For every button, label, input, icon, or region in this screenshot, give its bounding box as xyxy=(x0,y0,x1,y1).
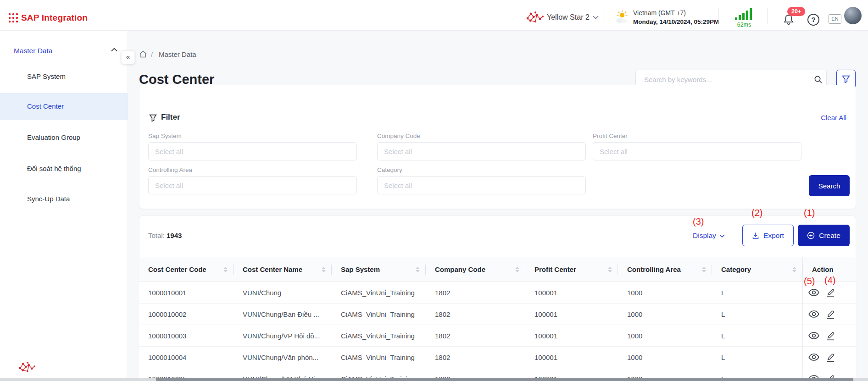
view-button[interactable] xyxy=(808,331,819,340)
filter-search-button[interactable]: Search xyxy=(809,175,850,196)
filter-label-category: Category xyxy=(377,166,402,173)
sidebar-group-master-data[interactable]: Master Data xyxy=(14,47,52,55)
cell-category: L xyxy=(712,325,802,346)
total-label: Total: xyxy=(148,232,165,239)
filter-label-company-code: Company Code xyxy=(377,133,420,139)
column-header-category[interactable]: Category xyxy=(712,257,802,282)
chevron-down-icon xyxy=(719,234,725,237)
cell-category: L xyxy=(712,282,802,303)
workspace-logo-icon xyxy=(526,11,544,24)
sort-icon xyxy=(608,267,612,272)
sort-icon xyxy=(702,267,706,272)
sort-icon xyxy=(792,267,796,272)
sort-icon xyxy=(322,267,326,272)
sidebar-collapse-button[interactable]: « xyxy=(121,50,135,64)
edit-button[interactable] xyxy=(826,331,835,341)
latency-value: 62ms xyxy=(733,22,755,28)
display-dropdown[interactable]: Display xyxy=(693,232,725,240)
cell-name: VUNI/Chung xyxy=(234,282,332,303)
weather-sun-icon xyxy=(615,10,629,24)
cell-name: VUNI/Chung/Ban Điều ... xyxy=(234,304,332,325)
cell-profit-center: 100001 xyxy=(525,347,618,368)
divider xyxy=(605,8,605,24)
sidebar-item-evaluation-group[interactable]: Evaluation Group xyxy=(0,124,128,151)
table-row: 1000010002VUNI/Chung/Ban Điều ...CiAMS_V… xyxy=(139,304,856,325)
cell-code: 1000010002 xyxy=(139,304,234,325)
sidebar-item-cost-center[interactable]: Cost Center xyxy=(0,93,128,120)
cell-company-code: 1802 xyxy=(426,304,525,325)
view-eye-icon xyxy=(808,310,819,318)
help-icon[interactable]: ? xyxy=(807,14,819,26)
cell-action xyxy=(802,325,856,346)
sidebar-item-sap-system[interactable]: SAP System xyxy=(0,63,128,90)
create-button[interactable]: Create xyxy=(798,225,850,246)
cell-company-code: 1802 xyxy=(426,347,525,368)
column-header-profit-center[interactable]: Profit Center xyxy=(525,257,618,282)
filter-input-profit-center[interactable] xyxy=(593,142,801,160)
chevron-down-icon[interactable] xyxy=(593,16,599,19)
edit-button[interactable] xyxy=(826,288,835,298)
edit-button[interactable] xyxy=(826,353,835,362)
chevron-up-icon[interactable] xyxy=(111,48,117,52)
filter-input-category[interactable] xyxy=(377,176,586,194)
signal-bars-icon xyxy=(734,8,753,21)
edit-pencil-icon xyxy=(826,309,835,319)
app-grid-icon[interactable] xyxy=(8,13,18,23)
annotation-3: (3) xyxy=(693,216,704,227)
cell-controlling-area: 1000 xyxy=(618,282,712,303)
annotation-2: (2) xyxy=(751,208,762,218)
total-value: 1943 xyxy=(167,232,182,239)
edit-pencil-icon xyxy=(826,288,835,298)
edit-pencil-icon xyxy=(826,331,835,341)
view-button[interactable] xyxy=(808,353,819,361)
table-row: 1000010004VUNI/Chung/Văn phòn...CiAMS_Vi… xyxy=(139,347,856,368)
filter-title: Filter xyxy=(161,113,180,122)
cell-controlling-area: 1000 xyxy=(618,325,712,346)
language-selector[interactable]: EN xyxy=(829,14,841,24)
filter-input-company-code[interactable] xyxy=(377,142,586,160)
cell-sap-system: CiAMS_VinUni_Training xyxy=(332,325,426,346)
cell-controlling-area: 1000 xyxy=(618,304,712,325)
export-button[interactable]: Export xyxy=(742,225,794,246)
download-icon xyxy=(752,232,759,239)
horizontal-scrollbar-thumb[interactable] xyxy=(156,378,853,381)
column-header-controlling-area[interactable]: Controlling Area xyxy=(618,257,712,282)
filter-input-sap-system[interactable] xyxy=(148,142,357,160)
column-header-cost-center-name[interactable]: Cost Center Name xyxy=(234,257,332,282)
column-header-company-code[interactable]: Company Code xyxy=(426,257,525,282)
sort-icon xyxy=(416,267,420,272)
filter-label-profit-center: Profit Center xyxy=(593,133,628,139)
sidebar: Master Data SAP System Cost Center Evalu… xyxy=(0,30,128,381)
app-window: SAP Integration Yellow Star 2 xyxy=(0,0,868,381)
clear-all-link[interactable]: Clear All xyxy=(821,114,846,121)
edit-pencil-icon xyxy=(826,353,835,362)
cell-code: 1000010004 xyxy=(139,347,234,368)
cell-action xyxy=(802,347,856,368)
table-body: 1000010001VUNI/ChungCiAMS_VinUni_Trainin… xyxy=(139,282,856,381)
view-button[interactable] xyxy=(808,288,819,297)
cell-name: VUNI/Chung/VP Hội đồ... xyxy=(234,325,332,346)
cell-code: 1000010003 xyxy=(139,325,234,346)
breadcrumb[interactable]: Master Data xyxy=(159,50,196,58)
filter-input-controlling-area[interactable] xyxy=(148,176,357,194)
cell-profit-center: 100001 xyxy=(525,325,618,346)
locale-region: Vietnam (GMT +7) xyxy=(633,9,686,17)
cell-code: 1000010001 xyxy=(139,282,234,303)
workspace-selector[interactable]: Yellow Star 2 xyxy=(547,13,590,22)
view-eye-icon xyxy=(808,331,819,340)
column-header-cost-center-code[interactable]: Cost Center Code xyxy=(139,257,234,282)
column-header-sap-system[interactable]: Sap System xyxy=(332,257,426,282)
view-button[interactable] xyxy=(808,310,819,318)
divider xyxy=(718,8,719,24)
sidebar-item-doi-soat-he-thong[interactable]: Đối soát hệ thống xyxy=(0,155,128,182)
edit-button[interactable] xyxy=(826,309,835,319)
search-icon[interactable] xyxy=(814,75,823,84)
filter-title-icon xyxy=(149,114,157,122)
user-avatar[interactable] xyxy=(844,7,862,24)
cell-name: VUNI/Chung/Văn phòn... xyxy=(234,347,332,368)
cell-action xyxy=(802,304,856,325)
sidebar-item-sync-up-data[interactable]: Sync-Up Data xyxy=(0,186,128,212)
home-icon[interactable] xyxy=(139,50,147,58)
cell-company-code: 1802 xyxy=(426,282,525,303)
cell-profit-center: 100001 xyxy=(525,304,618,325)
